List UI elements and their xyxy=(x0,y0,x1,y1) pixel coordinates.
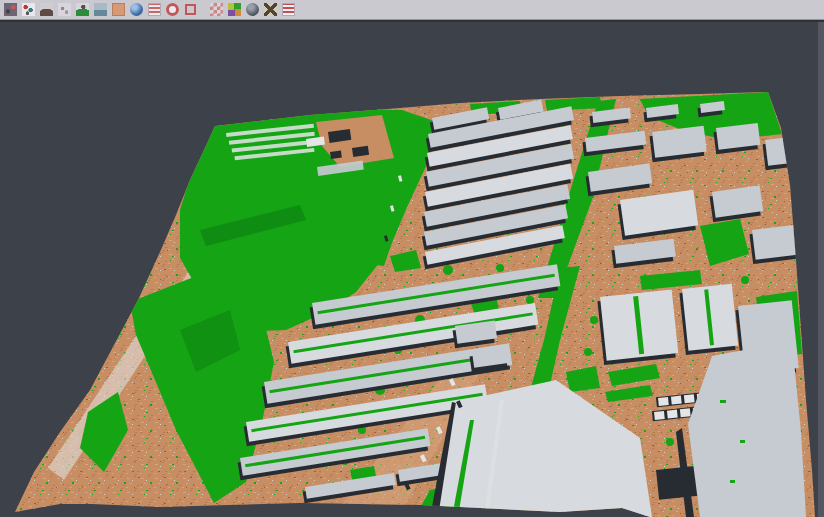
point-cloud-icon xyxy=(22,3,35,16)
terrain-view-button[interactable] xyxy=(73,1,91,19)
checker-grid-icon xyxy=(210,3,223,16)
dem-hillshade-button[interactable] xyxy=(37,1,55,19)
classification-colors-button[interactable] xyxy=(225,1,243,19)
mountain-icon xyxy=(40,3,53,16)
profile-icon xyxy=(94,3,107,16)
pan-target-button[interactable] xyxy=(163,1,181,19)
dashed-marquee-icon xyxy=(185,4,196,15)
ring-icon xyxy=(166,3,179,16)
elevation-bands-button[interactable] xyxy=(145,1,163,19)
main-toolbar xyxy=(0,0,824,20)
orange-square-icon xyxy=(112,3,125,16)
zoom-window-button[interactable] xyxy=(181,1,199,19)
layer-bands-icon xyxy=(148,3,161,16)
open-project-button[interactable] xyxy=(1,1,19,19)
dots-icon xyxy=(58,3,71,16)
intensity-bands-button[interactable] xyxy=(279,1,297,19)
measure-tool-button[interactable] xyxy=(261,1,279,19)
point-cloud-3d-viewport[interactable] xyxy=(0,0,824,517)
point-cloud-display-button[interactable] xyxy=(19,1,37,19)
profile-view-button[interactable] xyxy=(91,1,109,19)
cross-measure-icon xyxy=(264,3,277,16)
green-hill-icon xyxy=(76,3,89,16)
toolbar-separator xyxy=(199,2,207,18)
ortho-image-button[interactable] xyxy=(109,1,127,19)
viewport-right-edge xyxy=(818,21,824,517)
grid-overlay-button[interactable] xyxy=(207,1,225,19)
application-window xyxy=(0,0,824,517)
globe-3d-view-button[interactable] xyxy=(127,1,145,19)
dark-sphere-icon xyxy=(246,3,259,16)
striped-bands-icon xyxy=(282,3,295,16)
globe-icon xyxy=(130,3,143,16)
open-project-icon xyxy=(4,3,17,16)
classification-map-icon xyxy=(228,3,241,16)
shaded-sphere-button[interactable] xyxy=(243,1,261,19)
point-density-button[interactable] xyxy=(55,1,73,19)
